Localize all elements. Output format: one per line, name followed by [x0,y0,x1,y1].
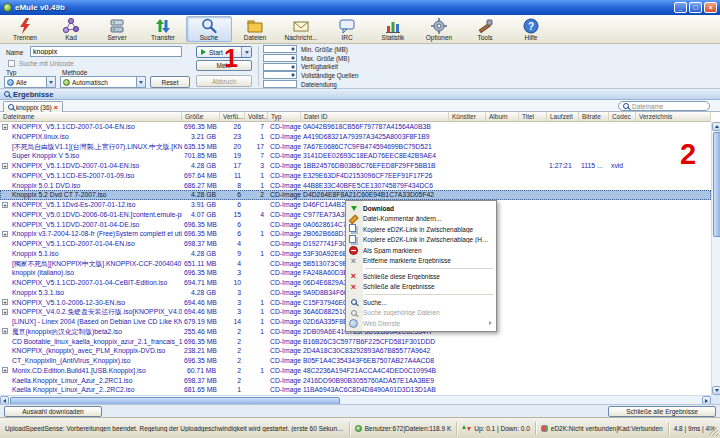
download-selected-button[interactable]: Auswahl downloaden [4,406,102,417]
menu-item-entferne-markierte-ergebnisse[interactable]: Entferne markierte Ergebnisse [346,256,496,267]
type-dropdown-arrow-icon[interactable] [46,77,55,87]
filename-filter-box[interactable]: Dateiname [618,101,710,111]
toolbar-button-suche[interactable]: Suche [186,16,232,42]
menu-item-suche---[interactable]: Suche... [346,297,496,308]
column-header-file-id[interactable]: Datei ID [301,112,449,122]
table-row[interactable]: CT_Knoppixlln_(AntiVirus_Knoppix).iso696… [0,356,711,366]
column-header-bitrate[interactable]: Bitrate [579,112,609,122]
column-header-artist[interactable]: Künstler [449,112,486,122]
toolbar-button-transfer[interactable]: Transfer [140,16,186,42]
table-row[interactable]: Knoppix 5.0.1 DVD.iso686.27 MB81CD-Image… [0,181,711,191]
toolbar-button-trennen[interactable]: Trennen [2,16,48,42]
table-row[interactable]: Knoppix 5.2 Dvd CT 7-2007.iso4.28 GB62CD… [0,190,711,200]
column-header-length[interactable]: Laufzeit [547,112,579,122]
search-name-input[interactable] [30,46,182,57]
vertical-scroll-thumb[interactable] [713,132,720,237]
cell-album [486,366,519,376]
expand-icon[interactable]: + [2,202,8,208]
column-header-complete-sources[interactable]: Vollst... [245,112,268,122]
menu-item-label: Kopiere eD2K-Link in Zwischenablage [363,226,473,233]
tab-close-icon[interactable]: × [54,104,58,111]
search-icon [200,17,218,34]
maximize-button[interactable]: □ [689,2,702,13]
reset-button[interactable]: Reset [150,76,190,88]
main-toolbar: TrennenKadServerTransferSucheDateienNach… [0,15,720,44]
vertical-scrollbar[interactable] [711,122,720,395]
table-row[interactable]: +Monix.CD.Edition.Build41.[USB.Knoppix].… [0,366,711,376]
table-row[interactable]: Kaella Knoppix_Linux_Azur_2..2RC2.iso681… [0,385,711,395]
expand-icon[interactable]: + [2,328,8,334]
unicode-checkbox[interactable] [8,60,15,67]
method-dropdown-arrow-icon[interactable] [136,77,145,87]
horizontal-scrollbar[interactable] [0,395,711,404]
method-select[interactable]: Automatisch [60,76,146,88]
toolbar-button-irc[interactable]: IRC [324,16,370,42]
table-row[interactable]: [不死鳥自由版V1.1](台灣製,上官行07).LINUX.中文版.[KNOPP… [0,142,711,152]
expand-icon[interactable]: + [2,231,8,237]
column-header-name[interactable]: Dateiname [0,112,182,122]
cell-artist [449,171,486,181]
menu-item-schlie-e-diese-ergebnisse[interactable]: Schließe diese Ergebnisse [346,271,496,282]
toolbar-button-optionen[interactable]: Optionen [416,16,462,42]
toolbar-button-server[interactable]: Server [94,16,140,42]
scroll-up-icon[interactable] [712,122,720,131]
menu-item-schlie-e-alle-ergebnisse[interactable]: Schließe alle Ergebnisse [346,282,496,293]
cell-name: +魔豆(knoppix的汉化定制版)beta2.iso [0,327,182,337]
cell-directory [636,229,711,239]
filter-spinner[interactable] [263,71,297,79]
menu-item-datei-kommentar--ndern---[interactable]: Datei-Kommentar ändern... [346,214,496,225]
column-header-size[interactable]: Größe [182,112,220,122]
cell-file-id: 7A67E0686C7C9FB474594699BC79D521 [301,142,449,152]
menu-item-kopiere-ed-k-link-in-zwischena[interactable]: Kopiere eD2K-Link in Zwischenablage [346,224,496,235]
type-select[interactable]: Alle [4,76,56,88]
results-tab-knoppix[interactable]: knoppix (36) × [3,101,63,112]
cell-type: CD-Images [268,151,301,161]
table-row[interactable]: Kaella.Knoppix_Linux_Azur_2.2RC1.iso698.… [0,376,711,386]
cell-size: 696.35 MB [182,220,220,230]
column-header-codec[interactable]: Codec [609,112,636,122]
toolbar-button-nachricht[interactable]: Nachricht... [278,16,324,42]
cell-complete-sources [245,385,268,395]
cell-title [519,249,547,259]
column-header-title[interactable]: Titel [519,112,547,122]
filter-input[interactable] [263,80,297,88]
menu-item-als-spam-markieren[interactable]: Als Spam markieren [346,245,496,256]
toolbar-button-tools[interactable]: Tools [462,16,508,42]
toolbar-button-hilfe[interactable]: ?Hilfe [508,16,554,42]
table-row[interactable]: KNOPPIX_(knoppix)_avec_PLM_Knoppix-DVD.i… [0,346,711,356]
column-header-type[interactable]: Typ [268,112,301,122]
toolbar-button-statistik[interactable]: Statistik [370,16,416,42]
filter-spinner[interactable] [263,63,297,71]
close-button[interactable]: × [704,2,717,13]
cell-directory [636,190,711,200]
file-name: Super Knoppix V 5.iso [12,152,79,159]
scroll-down-icon[interactable] [712,386,720,395]
cell-length [547,356,579,366]
filter-spinner[interactable] [263,54,297,62]
toolbar-button-dateien[interactable]: Dateien [232,16,278,42]
minimize-button[interactable]: _ [674,2,687,13]
filter-spinner[interactable] [263,45,297,53]
column-header-album[interactable]: Album [486,112,519,122]
cell-complete-sources [245,337,268,347]
expand-icon[interactable]: + [2,124,8,130]
cell-length [547,278,579,288]
menu-item-download[interactable]: Download [346,203,496,214]
table-row[interactable]: +KNOPPIX_V5.1.1DVD-2007-01-04-EN.iso4.28… [0,161,711,171]
expand-icon[interactable]: + [2,163,8,169]
expand-icon[interactable]: + [2,299,8,305]
close-all-results-button[interactable]: Schließe alle Ergebnisse [608,406,716,417]
cell-size: 4.07 GB [182,210,220,220]
expand-icon[interactable]: + [2,367,8,373]
toolbar-button-kad[interactable]: Kad [48,16,94,42]
table-row[interactable]: CD Bootable_linux_kaella_knoppix_azur_2.… [0,337,711,347]
table-row[interactable]: KNOPPIX.linux.iso3.21 GB231CD-ImagesA419… [0,132,711,142]
column-header-directory[interactable]: Verzeichnis [636,112,711,122]
column-header-availability[interactable]: Verfü... [220,112,245,122]
table-row[interactable]: Super Knoppix V 5.iso701.85 MB197CD-Imag… [0,151,711,161]
menu-item-kopiere-ed-k-link-in-zwischena[interactable]: Kopiere eD2K-Link in Zwischenablage (HTM… [346,235,496,246]
table-row[interactable]: KNOPPIX_V5.1.1CD-ES-2007-01-09.iso697.64… [0,171,711,181]
start-dropdown-arrow-icon[interactable] [241,47,251,57]
table-row[interactable]: +KNOPPIX_V5.1.1CD-2007-01-04-EN.iso696.3… [0,122,711,132]
expand-icon[interactable]: + [2,309,8,315]
